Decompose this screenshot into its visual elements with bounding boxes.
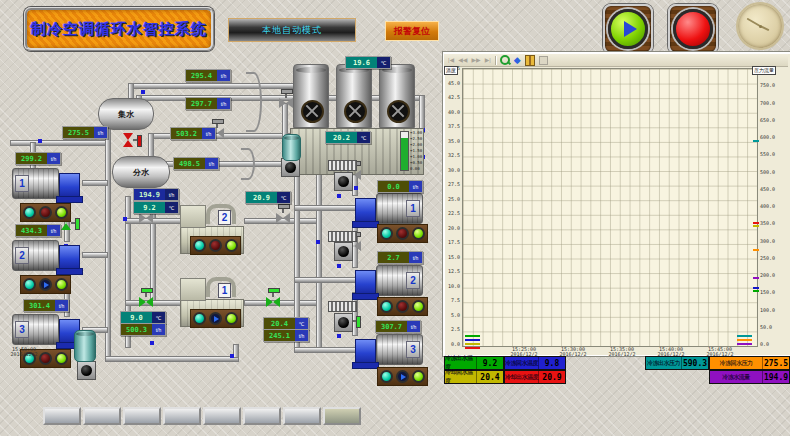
nav-button[interactable]	[323, 407, 361, 425]
cooling-water-pump-2[interactable]: 2	[355, 265, 423, 296]
cooling-tower-1[interactable]	[293, 64, 329, 128]
start-button[interactable]	[603, 4, 653, 54]
status-lights[interactable]	[20, 203, 71, 222]
process-value-box: 295.4 t/h	[185, 69, 231, 82]
nav-button[interactable]	[163, 407, 201, 425]
level-scale-tick: +1.00	[410, 155, 422, 159]
process-value: 275.5	[63, 127, 94, 138]
pump-head	[355, 198, 376, 224]
indicator-lamp-green	[225, 239, 238, 252]
pump-motor: 2	[376, 265, 423, 296]
goto-end-button[interactable]: ▶|	[485, 55, 491, 65]
valve-red[interactable]	[123, 133, 133, 147]
indicator-lamp-green	[55, 352, 68, 365]
axis-tick-label: 600.0	[760, 135, 788, 140]
status-lights[interactable]	[377, 224, 428, 243]
status-lights[interactable]	[377, 297, 428, 316]
bookmark-icon[interactable]	[525, 55, 535, 66]
clock-pin	[759, 25, 762, 28]
pipe-crossover-arc	[246, 72, 262, 132]
valve-green[interactable]	[139, 297, 153, 307]
valve-gray[interactable]	[276, 213, 290, 223]
indicator-lamp-cyan	[193, 312, 206, 325]
stop-button[interactable]	[668, 4, 718, 54]
nav-button[interactable]	[283, 407, 321, 425]
chilled-water-pump-2[interactable]: 2	[12, 240, 80, 271]
process-value: 297.7	[186, 98, 217, 109]
process-value: 245.1	[264, 330, 295, 341]
axis-tick-label: 650.0	[760, 118, 788, 123]
pipe-crossover-arc	[241, 148, 255, 180]
process-value-box: 0.0 t/h	[377, 180, 423, 193]
chilled-water-pump-3[interactable]: 3	[12, 314, 80, 345]
select-area-icon[interactable]	[539, 56, 548, 65]
readout-value: 590.3	[682, 357, 708, 369]
latest-value-markers	[753, 68, 759, 345]
collector-tank-label: 集水	[118, 109, 134, 120]
axis-tick-label: 25.0	[440, 197, 460, 202]
indicator-lamp-green	[55, 206, 68, 219]
cooling-water-pump-3[interactable]: 3	[355, 334, 423, 365]
axis-tick-label: 12.5	[440, 269, 460, 274]
readout-value: 9.8	[539, 357, 565, 369]
process-value-box: 19.6 ℃	[345, 56, 391, 69]
system-title-plate: 制冷空调循环水智控系统	[24, 7, 214, 51]
page-back-button[interactable]: ◀◀	[458, 55, 467, 65]
legend-line	[737, 335, 752, 337]
latest-value-marker	[753, 140, 759, 142]
process-value: 295.4	[186, 70, 217, 81]
distributor-tank[interactable]: 分水	[112, 156, 170, 188]
axis-tick-label: 30.0	[440, 168, 460, 173]
process-value: 0.0	[378, 181, 409, 192]
nav-button[interactable]	[203, 407, 241, 425]
alarm-reset-button[interactable]: 报警复位	[385, 21, 439, 41]
nav-button[interactable]	[83, 407, 121, 425]
indicator-lamp-darkred	[39, 206, 52, 219]
process-unit: t/h	[217, 70, 230, 81]
pipe	[125, 300, 187, 306]
cooling-tower-3[interactable]	[379, 64, 415, 128]
goto-start-button[interactable]: |◀	[448, 55, 454, 65]
valve-green[interactable]	[266, 297, 280, 307]
pipe	[282, 103, 288, 137]
nav-button[interactable]	[243, 407, 281, 425]
cooling-tower-2[interactable]	[336, 64, 372, 128]
axis-tick-label: 32.5	[440, 153, 460, 158]
pan-icon[interactable]: ◆	[514, 56, 521, 65]
process-value-box: 307.7 t/h	[375, 320, 421, 333]
pipe	[294, 347, 360, 353]
status-lights[interactable]	[377, 367, 428, 386]
process-value-box: 498.5 t/h	[173, 157, 219, 170]
pump-number: 1	[406, 200, 420, 217]
page-forward-button[interactable]: ▶▶	[471, 55, 480, 65]
trend-plot-area[interactable]	[462, 68, 758, 347]
level-scale-tick: +0.50	[410, 161, 422, 165]
alarm-reset-label: 报警复位	[394, 25, 430, 38]
hmi-main-screen: { "header": { "title": "制冷空调循环水智控系统", "m…	[0, 0, 790, 436]
axis-tick-label: 100.0	[760, 308, 788, 313]
process-value: 434.3	[16, 225, 47, 236]
status-lights[interactable]	[190, 309, 241, 328]
readout-value: 20.9	[539, 371, 565, 383]
status-lights[interactable]	[20, 275, 71, 294]
chilled-water-pump-1[interactable]: 1	[12, 168, 80, 199]
valve-gray[interactable]	[139, 213, 153, 223]
process-value: 20.9	[246, 192, 277, 203]
pump-head	[355, 270, 376, 296]
process-value: 9.0	[121, 312, 152, 323]
axis-tick-label: 5.0	[440, 313, 460, 318]
process-value-box: 297.7 t/h	[185, 97, 231, 110]
pump-head	[59, 245, 80, 271]
status-lights[interactable]	[190, 236, 241, 255]
axis-tick-label: 0.0	[760, 342, 788, 347]
nav-button[interactable]	[123, 407, 161, 425]
zoom-icon[interactable]	[500, 55, 510, 65]
nav-button[interactable]	[43, 407, 81, 425]
process-value: 299.2	[16, 153, 47, 164]
valve-gray[interactable]	[279, 98, 293, 108]
mode-display[interactable]: 本地自动模式	[228, 18, 356, 42]
sensor-indicator	[334, 242, 353, 261]
readout: 冷冻出水压力 590.3	[645, 356, 709, 370]
legend-line	[465, 339, 480, 341]
cooling-water-pump-1[interactable]: 1	[355, 193, 423, 224]
